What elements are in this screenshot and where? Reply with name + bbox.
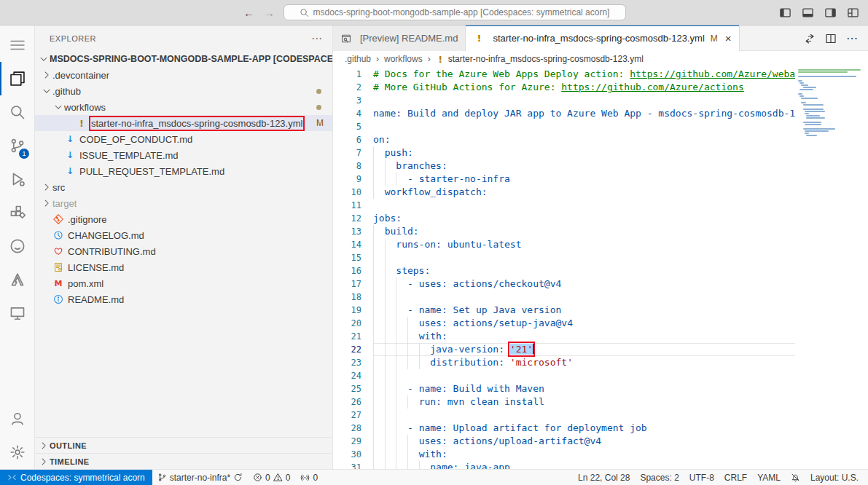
code-line-3[interactable]: 3: [333, 94, 795, 107]
notifications-toggle[interactable]: [786, 470, 805, 485]
tree-item-contributing-md[interactable]: CONTRIBUTING.md: [35, 243, 332, 259]
timeline-section[interactable]: TIMELINE: [35, 453, 332, 469]
line-number: 7: [333, 146, 361, 159]
activity-extensions[interactable]: [0, 196, 34, 229]
explorer-root-folder[interactable]: MSDOCS-SPRING-BOOT-MONGODB-SAMPLE-APP [C…: [35, 51, 332, 67]
tree-item-pom-xml[interactable]: Mpom.xml: [35, 275, 332, 291]
code-line-10[interactable]: 10 workflow_dispatch:: [333, 186, 795, 199]
code-line-19[interactable]: 19 - name: Set up Java version: [333, 304, 795, 317]
eol-indicator[interactable]: CRLF: [719, 470, 752, 485]
line-number: 13: [333, 225, 361, 238]
code-line-16[interactable]: 16 steps:: [333, 264, 795, 277]
code-line-12[interactable]: 12jobs:: [333, 212, 795, 225]
code-line-15[interactable]: 15: [333, 251, 795, 264]
code-line-18[interactable]: 18: [333, 291, 795, 304]
tree-item-changelog-md[interactable]: CHANGELOG.md: [35, 227, 332, 243]
activity-settings[interactable]: [0, 435, 34, 469]
code-token: https://github.com/Azure/actions: [561, 82, 743, 92]
code-line-22[interactable]: 22 java-version: '21': [333, 343, 795, 356]
tree-item-license-md[interactable]: LICENSE.md: [35, 259, 332, 275]
code-line-17[interactable]: 17 - uses: actions/checkout@v4: [333, 277, 795, 291]
toggle-sidebar-icon[interactable]: [779, 7, 791, 19]
tree-item-workflows[interactable]: workflows: [35, 99, 332, 115]
back-icon[interactable]: ←: [243, 7, 256, 19]
explorer-more-actions-icon[interactable]: ⋯: [311, 32, 322, 45]
code-line-29[interactable]: 29 uses: actions/upload-artifact@v4: [333, 435, 795, 448]
code-line-8[interactable]: 8 branches:: [333, 159, 795, 173]
code-line-1[interactable]: 1# Docs for the Azure Web Apps Deploy ac…: [333, 68, 795, 81]
code-token: Set up Java version: [447, 304, 562, 315]
code-line-11[interactable]: 11: [333, 199, 795, 212]
activity-menu[interactable]: [0, 28, 34, 62]
problems-indicator[interactable]: 0 0: [248, 470, 295, 485]
remote-indicator[interactable]: Codespaces: symmetrical acorn: [0, 470, 152, 485]
code-line-21[interactable]: 21 with:: [333, 330, 795, 343]
code-line-7[interactable]: 7 push:: [333, 146, 795, 159]
keyboard-layout[interactable]: Layout: U.S.: [805, 470, 864, 485]
toggle-secondary-sidebar-icon[interactable]: [824, 7, 837, 19]
customize-layout-icon[interactable]: [847, 7, 859, 19]
code-line-30[interactable]: 30 with:: [333, 448, 795, 461]
tree-item-github[interactable]: .github: [35, 83, 332, 99]
code-editor[interactable]: 1# Docs for the Azure Web Apps Deploy ac…: [333, 67, 868, 469]
outline-section[interactable]: OUTLINE: [35, 437, 332, 453]
code-line-24[interactable]: 24: [333, 369, 795, 382]
activity-github[interactable]: [0, 229, 34, 263]
editor-more-actions-icon[interactable]: ⋯: [846, 31, 858, 45]
tree-item-gitignore[interactable]: .gitignore: [35, 211, 332, 227]
tree-item-label: pom.xml: [68, 278, 103, 289]
tree-item-starter-no-infra-msdocs-spring-cosmosdb-123-yml[interactable]: !starter-no-infra_msdocs-spring-cosmosdb…: [35, 115, 332, 131]
tree-item-readme-md[interactable]: README.md: [35, 291, 332, 307]
code-line-25[interactable]: 25 - name: Build with Maven: [333, 382, 795, 395]
split-editor-icon[interactable]: [825, 33, 837, 44]
cursor-position[interactable]: Ln 22, Col 28: [573, 470, 635, 485]
open-changes-icon[interactable]: [804, 33, 816, 44]
code-line-9[interactable]: 9 - starter-no-infra: [333, 173, 795, 186]
ports-indicator[interactable]: 0: [295, 470, 323, 485]
tree-item-src[interactable]: src: [35, 179, 332, 195]
language-indicator[interactable]: YAML: [752, 470, 786, 485]
tab-preview-readme-md[interactable]: [Preview] README.md: [333, 25, 466, 51]
code-line-23[interactable]: 23 distribution: 'microsoft': [333, 356, 795, 369]
code-line-28[interactable]: 28 - name: Upload artifact for deploymen…: [333, 422, 795, 435]
code-line-4[interactable]: 4name: Build and deploy JAR app to Azure…: [333, 107, 795, 120]
tree-item-target[interactable]: target: [35, 195, 332, 211]
tab-close-icon[interactable]: ×: [725, 32, 732, 44]
minimap-line: [801, 102, 805, 103]
tab-starter-no-infra-msdocs-spring-cosmosdb-123-yml[interactable]: !starter-no-infra_msdocs-spring-cosmosdb…: [466, 25, 739, 51]
minimap[interactable]: [795, 67, 868, 469]
activity-source-control[interactable]: 1: [0, 129, 34, 162]
breadcrumb-item-github[interactable]: .github: [345, 54, 371, 64]
code-line-2[interactable]: 2# More GitHub Actions for Azure: https:…: [333, 81, 795, 94]
tree-item-pull-request-template-md[interactable]: ↓PULL_REQUEST_TEMPLATE.md: [35, 163, 332, 179]
encoding-indicator[interactable]: UTF-8: [684, 470, 719, 485]
activity-account[interactable]: [0, 402, 34, 435]
minimap-line: [798, 126, 865, 127]
code-line-5[interactable]: 5: [333, 120, 795, 133]
breadcrumb-item-workflows[interactable]: workflows: [384, 54, 423, 64]
code-line-13[interactable]: 13 build:: [333, 225, 795, 238]
code-line-14[interactable]: 14 runs-on: ubuntu-latest: [333, 238, 795, 251]
forward-icon[interactable]: →: [263, 7, 276, 19]
activity-run-debug[interactable]: [0, 162, 34, 196]
activity-remote-explorer[interactable]: [0, 296, 34, 330]
activity-search[interactable]: [0, 95, 34, 129]
activity-azure[interactable]: [0, 263, 34, 296]
sync-icon[interactable]: [233, 473, 243, 482]
chevron-down-icon: [38, 53, 50, 65]
toggle-panel-icon[interactable]: [802, 7, 814, 19]
tree-item-code-of-conduct-md[interactable]: ↓CODE_OF_CONDUCT.md: [35, 131, 332, 147]
branch-indicator[interactable]: starter-no-infra*: [152, 470, 248, 485]
code-line-26[interactable]: 26 run: mvn clean install: [333, 395, 795, 409]
tree-item-issue-template-md[interactable]: ↓ISSUE_TEMPLATE.md: [35, 147, 332, 163]
code-line-20[interactable]: 20 uses: actions/setup-java@v4: [333, 317, 795, 330]
code-line-27[interactable]: 27: [333, 409, 795, 422]
breadcrumb-item-file[interactable]: ! starter-no-infra_msdocs-spring-cosmosd…: [436, 54, 644, 64]
code-line-31[interactable]: 31 name: java-app: [333, 461, 795, 469]
code-line-6[interactable]: 6on:: [333, 133, 795, 146]
activity-explorer[interactable]: [0, 62, 34, 95]
indentation-indicator[interactable]: Spaces: 2: [635, 470, 684, 485]
tree-item-devcontainer[interactable]: .devcontainer: [35, 67, 332, 83]
line-content: [373, 120, 795, 133]
command-center-search[interactable]: msdocs-spring-boot-mongodb-sample-app [C…: [284, 4, 626, 20]
